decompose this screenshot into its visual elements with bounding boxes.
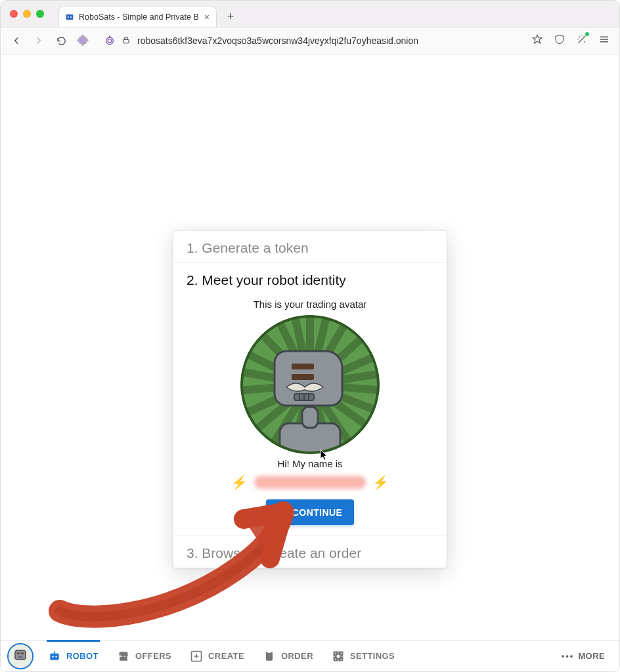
step-1-header[interactable]: 1. Generate a token — [173, 231, 447, 263]
gear-icon — [332, 650, 345, 663]
svg-rect-49 — [266, 652, 273, 660]
page-viewport: 1. Generate a token 2. Meet your robot i… — [1, 54, 619, 671]
step-2-header: 2. Meet your robot identity — [173, 263, 447, 295]
sparkle-icon[interactable] — [576, 33, 588, 48]
reload-button[interactable] — [55, 34, 68, 47]
svg-rect-47 — [54, 651, 55, 653]
minimize-window[interactable] — [23, 10, 31, 18]
nav-avatar[interactable] — [7, 643, 33, 669]
browser-tabbar: RoboSats - Simple and Private B × + — [1, 1, 619, 27]
greeting-text: Hi! My name is — [187, 458, 433, 469]
check-icon — [278, 506, 288, 518]
continue-label: CONTINUE — [292, 507, 342, 518]
nav-order[interactable]: ORDER — [254, 640, 322, 672]
svg-rect-31 — [302, 407, 318, 428]
avatar-subtitle: This is your trading avatar — [187, 299, 433, 310]
url-bar[interactable]: robosats6tkf3eva7x2voqso3a5wcorsnw34jvey… — [98, 31, 522, 51]
bookmark-icon[interactable] — [531, 33, 543, 48]
close-window[interactable] — [10, 10, 18, 18]
bolt-icon: ⚡ — [231, 474, 248, 490]
nav-create-label: CREATE — [208, 651, 244, 661]
nav-robot[interactable]: ROBOT — [39, 640, 108, 672]
onboarding-card: 1. Generate a token 2. Meet your robot i… — [173, 230, 447, 568]
clipboard-icon — [263, 650, 276, 663]
menu-icon[interactable] — [598, 33, 610, 48]
svg-point-3 — [106, 37, 114, 45]
lock-icon — [122, 35, 131, 47]
bolt-icon: ⚡ — [372, 474, 389, 490]
robot-name-row: ⚡ ⚡ — [187, 474, 433, 490]
svg-point-1 — [68, 16, 69, 18]
robot-name-redacted — [254, 476, 366, 489]
svg-point-52 — [336, 654, 340, 658]
svg-rect-43 — [18, 656, 22, 658]
svg-point-4 — [108, 39, 111, 42]
svg-rect-50 — [267, 650, 271, 652]
shield-icon[interactable] — [554, 33, 565, 48]
continue-button[interactable]: CONTINUE — [266, 499, 354, 525]
nav-settings[interactable]: SETTINGS — [322, 640, 404, 672]
extension-icon[interactable] — [77, 35, 89, 47]
toolbar-right — [531, 33, 610, 48]
maximize-window[interactable] — [36, 10, 44, 18]
robot-icon — [48, 650, 61, 663]
close-tab-icon[interactable]: × — [203, 12, 211, 22]
back-button[interactable] — [10, 34, 23, 47]
svg-rect-0 — [66, 14, 74, 20]
more-icon: ••• — [562, 651, 575, 661]
robot-avatar — [240, 315, 380, 454]
svg-rect-41 — [17, 652, 20, 654]
favicon-icon — [64, 12, 75, 22]
nav-more[interactable]: ••• MORE — [547, 651, 619, 661]
window-controls — [10, 10, 44, 18]
storefront-icon — [117, 650, 130, 663]
plus-icon — [190, 650, 203, 663]
svg-point-2 — [70, 16, 72, 18]
nav-order-label: ORDER — [281, 651, 313, 661]
url-text: robosats6tkf3eva7x2voqso3a5wcorsnw34jvey… — [137, 35, 516, 46]
svg-rect-40 — [15, 650, 26, 660]
browser-tab[interactable]: RoboSats - Simple and Private B × — [58, 6, 217, 27]
nav-create[interactable]: CREATE — [181, 640, 254, 672]
nav-more-label: MORE — [578, 651, 605, 661]
svg-point-45 — [52, 656, 54, 658]
nav-offers-label: OFFERS — [135, 651, 171, 661]
svg-rect-44 — [50, 653, 58, 660]
step-3-header[interactable]: 3. Browse or create an order — [173, 536, 447, 568]
svg-point-46 — [55, 656, 57, 658]
browser-toolbar: robosats6tkf3eva7x2voqso3a5wcorsnw34jvey… — [1, 27, 619, 54]
forward-button[interactable] — [32, 34, 45, 47]
nav-settings-label: SETTINGS — [350, 651, 395, 661]
tab-title: RoboSats - Simple and Private B — [79, 12, 199, 22]
nav-robot-label: ROBOT — [66, 651, 99, 661]
new-tab-button[interactable]: + — [222, 8, 239, 25]
onion-icon — [104, 35, 115, 47]
svg-rect-42 — [21, 652, 24, 654]
svg-rect-5 — [123, 39, 129, 43]
nav-offers[interactable]: OFFERS — [108, 640, 181, 672]
svg-rect-33 — [292, 374, 314, 380]
svg-rect-32 — [292, 364, 314, 369]
bottom-nav: ROBOT OFFERS CREATE — [1, 640, 619, 671]
